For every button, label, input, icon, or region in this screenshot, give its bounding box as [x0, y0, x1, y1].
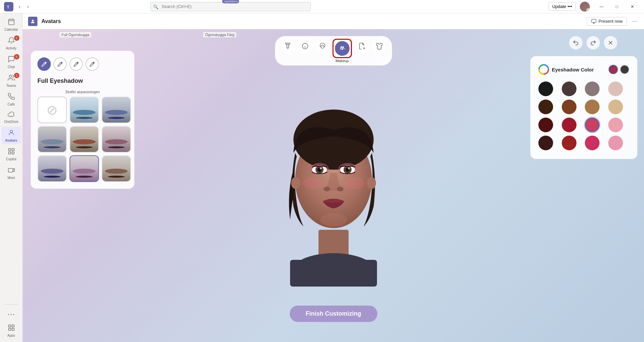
toolbar-accessories-button[interactable]	[355, 39, 369, 53]
forward-button[interactable]: ›	[24, 2, 31, 11]
sidebar-item-more[interactable]: ···	[1, 307, 21, 321]
style-tab-2[interactable]	[53, 57, 67, 71]
selected-colors	[609, 65, 629, 74]
svg-rect-15	[8, 328, 10, 330]
style-item-1[interactable]	[70, 97, 99, 123]
titlebar: T ‹ › 🔍 Uppdatera Update ••• — □ ✕	[0, 0, 644, 13]
style-item-2[interactable]	[102, 97, 131, 123]
right-panel: Eyeshadow Color	[530, 56, 637, 159]
redo-icon	[590, 39, 597, 46]
selected-swatch-2[interactable]	[620, 65, 629, 74]
style-item-4[interactable]	[70, 126, 99, 153]
style-item-3[interactable]	[37, 126, 67, 153]
sidebar-item-avatars[interactable]: Avatars	[1, 127, 21, 144]
back-button[interactable]: ‹	[16, 2, 23, 11]
toolbar-hair-button[interactable]	[315, 39, 330, 53]
sidebar-label-apps: Apps	[7, 334, 15, 337]
svg-rect-2	[8, 19, 14, 25]
color-swatch-9[interactable]	[538, 118, 553, 132]
color-panel-scroll[interactable]	[538, 81, 629, 151]
svg-point-22	[340, 46, 342, 48]
header-more-button[interactable]: ···	[631, 16, 639, 26]
titlebar-right: Update ••• — □ ✕	[548, 0, 640, 13]
toolbar-makeup-label: Makeup	[336, 59, 349, 63]
style-tab-1[interactable]	[37, 57, 51, 71]
finish-customizing-button[interactable]: Finish Customizing	[290, 306, 377, 322]
style-item-7[interactable]	[70, 155, 99, 182]
teams-logo-icon: T	[4, 2, 13, 11]
sidebar-item-calls[interactable]: Calls	[1, 91, 21, 108]
color-swatch-13[interactable]	[538, 136, 553, 150]
color-swatch-8[interactable]	[608, 100, 623, 114]
sidebar-item-activity[interactable]: 6 Activity	[1, 35, 21, 52]
nav-buttons: ‹ ›	[16, 2, 32, 11]
toolbar-hair-wrap	[315, 39, 330, 63]
toolbar-makeup-wrap: Makeup	[333, 39, 352, 63]
svg-point-20	[302, 43, 308, 49]
present-icon	[591, 19, 597, 24]
calls-icon	[8, 93, 15, 102]
color-swatch-10[interactable]	[562, 118, 576, 132]
sidebar-item-apps[interactable]: Apps	[1, 322, 21, 339]
sidebar-item-meet[interactable]: Meet	[1, 164, 21, 182]
sidebar-item-onedrive[interactable]: OneDrive	[1, 110, 21, 126]
user-avatar[interactable]	[580, 2, 590, 12]
color-swatch-5[interactable]	[538, 100, 553, 114]
search-input[interactable]	[150, 2, 311, 11]
svg-rect-19	[285, 43, 290, 44]
sidebar-item-calendar[interactable]: Calendar	[1, 16, 21, 33]
svg-point-17	[32, 19, 33, 21]
toolbar-makeup-button[interactable]	[335, 41, 350, 56]
style-panel: Full Eyeshadow Slutför anpassningen ⊘	[31, 51, 134, 189]
svg-point-7	[10, 130, 12, 133]
color-swatch-7[interactable]	[585, 100, 600, 114]
sidebar: Calendar 6 Activity 5 Chat 2 Teams	[0, 13, 23, 342]
svg-point-6	[9, 75, 11, 77]
svg-point-46	[324, 187, 330, 191]
svg-point-23	[342, 46, 344, 48]
redo-button[interactable]	[587, 36, 600, 49]
style-tab-3[interactable]	[70, 57, 83, 71]
sidebar-label-teams: Teams	[6, 84, 16, 88]
app-icon	[28, 17, 37, 26]
style-item-8[interactable]	[102, 155, 131, 182]
update-dots: •••	[567, 4, 572, 9]
color-swatch-15[interactable]	[585, 136, 600, 150]
minimize-button[interactable]: —	[594, 0, 609, 13]
selected-swatch-1[interactable]	[609, 65, 618, 74]
color-swatch-3[interactable]	[585, 81, 600, 96]
titlebar-left: T ‹ ›	[4, 2, 32, 11]
toolbar-clothing-button[interactable]	[372, 39, 387, 53]
undo-button[interactable]	[569, 36, 583, 49]
style-item-6[interactable]	[37, 155, 67, 182]
close-button[interactable]: ✕	[625, 0, 640, 13]
sidebar-item-chat[interactable]: 5 Chat	[1, 53, 21, 71]
color-swatch-4[interactable]	[608, 81, 623, 96]
color-swatch-12[interactable]	[608, 118, 623, 132]
svg-point-25	[340, 48, 341, 49]
style-tab-4[interactable]	[86, 57, 99, 71]
color-swatch-11[interactable]	[585, 118, 600, 132]
color-swatch-14[interactable]	[562, 136, 576, 150]
sidebar-divider	[5, 304, 18, 305]
color-swatch-2[interactable]	[562, 81, 576, 96]
maximize-button[interactable]: □	[609, 0, 625, 13]
sidebar-item-teams[interactable]: 2 Teams	[1, 72, 21, 90]
update-button[interactable]: Update •••	[548, 2, 576, 11]
toolbar-face-button[interactable]	[298, 39, 312, 53]
color-swatch-6[interactable]	[562, 100, 576, 114]
toolbar-body-button[interactable]	[280, 39, 295, 53]
window-controls: — □ ✕	[594, 0, 640, 13]
editor-close-button[interactable]	[604, 36, 617, 49]
color-swatch-16[interactable]	[608, 136, 623, 150]
sidebar-label-calendar: Calendar	[4, 28, 18, 31]
style-item-5[interactable]	[102, 126, 131, 153]
color-swatch-1[interactable]	[538, 81, 553, 96]
style-item-none[interactable]: ⊘	[37, 97, 67, 123]
sidebar-item-copilot[interactable]: Copilot	[1, 146, 21, 163]
chat-badge: 5	[14, 54, 19, 59]
svg-point-50	[320, 213, 347, 226]
avatars-icon	[8, 129, 15, 138]
svg-rect-16	[12, 328, 14, 330]
present-now-button[interactable]: Present now	[587, 17, 627, 26]
